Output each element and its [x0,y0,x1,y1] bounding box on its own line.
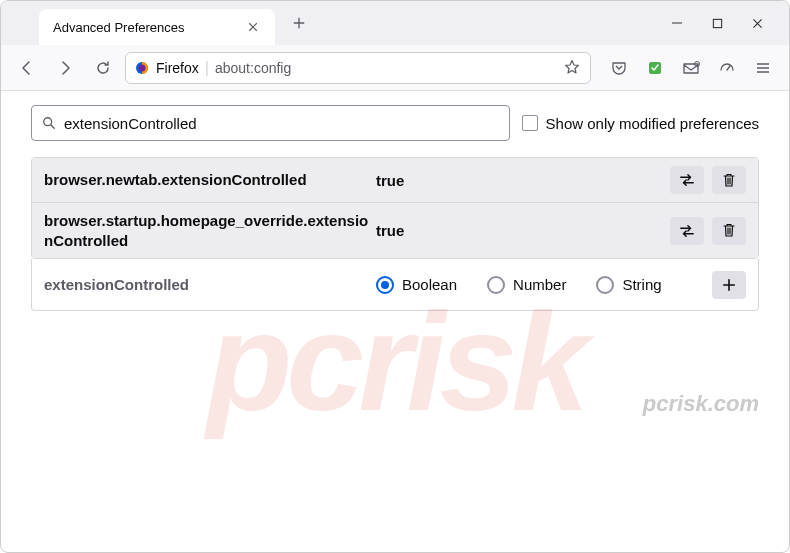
radio-boolean[interactable]: Boolean [376,276,457,294]
forward-button[interactable] [49,52,81,84]
pref-name: browser.startup.homepage_override.extens… [44,211,376,250]
pref-value: true [376,222,670,239]
reload-button[interactable] [87,52,119,84]
svg-point-2 [139,64,146,71]
pref-value: true [376,172,670,189]
pref-table: browser.newtab.extensionControlled true … [31,157,759,259]
radio-indicator [487,276,505,294]
search-row: Show only modified preferences [31,105,759,141]
pref-row[interactable]: browser.newtab.extensionControlled true [32,158,758,202]
close-window-button[interactable] [747,13,767,33]
mail-icon[interactable] [675,54,707,82]
radio-indicator [596,276,614,294]
toggle-button[interactable] [670,217,704,245]
toggle-button[interactable] [670,166,704,194]
search-input[interactable] [64,115,499,132]
bookmark-star-icon[interactable] [564,59,582,77]
radio-number[interactable]: Number [487,276,566,294]
show-modified-checkbox[interactable] [522,115,538,131]
delete-button[interactable] [712,217,746,245]
pref-row[interactable]: browser.startup.homepage_override.extens… [32,202,758,258]
firefox-logo-icon [134,60,150,76]
type-radio-group: Boolean Number String [376,276,712,294]
url-scheme: Firefox [156,60,199,76]
url-separator: | [205,59,209,77]
toolbar-extension-icons [597,54,779,82]
dashboard-icon[interactable] [711,54,743,82]
tab-active[interactable]: Advanced Preferences [39,9,275,45]
maximize-button[interactable] [707,13,727,33]
show-modified-label: Show only modified preferences [546,115,759,132]
radio-string[interactable]: String [596,276,661,294]
minimize-button[interactable] [667,13,687,33]
add-pref-row: extensionControlled Boolean Number Strin… [31,259,759,311]
window-controls [667,13,789,33]
svg-rect-0 [713,19,721,27]
radio-label: Number [513,276,566,293]
new-tab-button[interactable] [285,9,313,37]
tab-close-button[interactable] [245,19,261,35]
pocket-icon[interactable] [603,54,635,82]
add-button[interactable] [712,271,746,299]
toolbar: Firefox | about:config [1,45,789,91]
menu-button[interactable] [747,54,779,82]
radio-indicator [376,276,394,294]
url-bar[interactable]: Firefox | about:config [125,52,591,84]
radio-label: String [622,276,661,293]
back-button[interactable] [11,52,43,84]
titlebar: Advanced Preferences [1,1,789,45]
show-modified-checkbox-wrap[interactable]: Show only modified preferences [522,115,759,132]
delete-button[interactable] [712,166,746,194]
radio-label: Boolean [402,276,457,293]
url-path: about:config [215,60,291,76]
pref-name: browser.newtab.extensionControlled [44,170,376,190]
search-box[interactable] [31,105,510,141]
tab-title: Advanced Preferences [53,20,245,35]
add-pref-name: extensionControlled [44,276,376,293]
extension-icon[interactable] [639,54,671,82]
search-icon [42,116,56,130]
